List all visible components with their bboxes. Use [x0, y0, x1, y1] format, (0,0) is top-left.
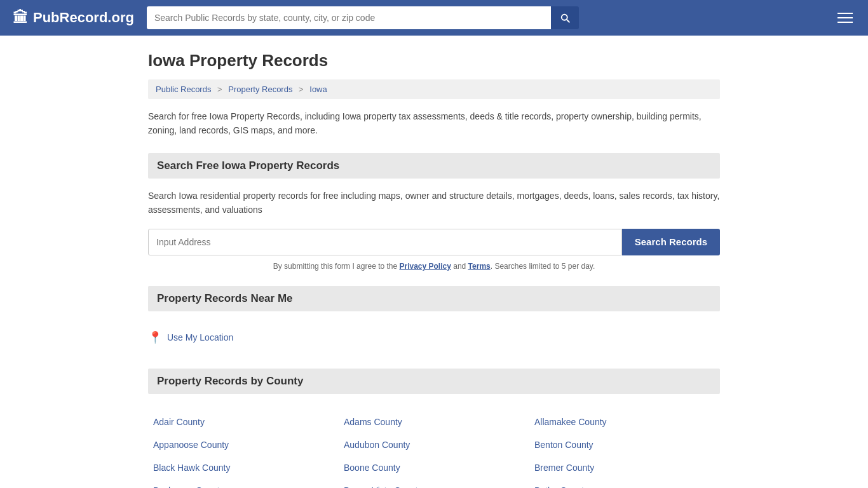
page-title: Iowa Property Records — [148, 51, 720, 71]
header-search-button[interactable] — [551, 6, 579, 29]
search-records-button[interactable]: Search Records — [622, 229, 720, 255]
near-me-section: Property Records Near Me 📍 Use My Locati… — [148, 286, 720, 353]
county-link[interactable]: Allamakee County — [529, 410, 720, 433]
breadcrumb-property-records[interactable]: Property Records — [228, 85, 292, 94]
search-section: Search Free Iowa Property Records Search… — [148, 153, 720, 271]
breadcrumb-iowa[interactable]: Iowa — [309, 85, 327, 94]
hamburger-line — [837, 13, 853, 14]
site-header: 🏛 PubRecord.org — [0, 0, 868, 36]
county-link[interactable]: Buena Vista County — [339, 479, 529, 488]
search-section-header: Search Free Iowa Property Records — [148, 153, 720, 179]
near-me-heading: Property Records Near Me — [148, 286, 720, 311]
county-link[interactable]: Boone County — [339, 456, 529, 479]
terms-link[interactable]: Terms — [468, 262, 491, 271]
search-icon — [559, 12, 571, 24]
header-search-input[interactable] — [147, 6, 551, 29]
use-my-location[interactable]: 📍 Use My Location — [148, 322, 720, 353]
header-search-area — [147, 6, 579, 29]
logo-text: PubRecord.org — [33, 10, 134, 26]
privacy-policy-link[interactable]: Privacy Policy — [400, 262, 451, 271]
address-search-row: Search Records — [148, 229, 720, 255]
county-link[interactable]: Benton County — [529, 433, 720, 456]
building-icon: 🏛 — [13, 9, 28, 27]
hamburger-line — [837, 22, 853, 23]
breadcrumb-sep: > — [217, 85, 222, 94]
breadcrumb-public-records[interactable]: Public Records — [156, 85, 211, 94]
search-section-desc: Search Iowa residential property records… — [148, 189, 720, 217]
form-disclaimer: By submitting this form I agree to the P… — [148, 262, 720, 271]
main-content: Iowa Property Records Public Records > P… — [135, 36, 733, 488]
breadcrumb: Public Records > Property Records > Iowa — [148, 79, 720, 99]
county-link[interactable]: Bremer County — [529, 456, 720, 479]
county-link[interactable]: Buchanan County — [148, 479, 339, 488]
hamburger-line — [837, 17, 853, 18]
county-link[interactable]: Appanoose County — [148, 433, 339, 456]
by-county-section: Property Records by County Adair CountyA… — [148, 369, 720, 488]
site-logo[interactable]: 🏛 PubRecord.org — [13, 9, 134, 27]
breadcrumb-sep2: > — [299, 85, 304, 94]
county-link[interactable]: Adams County — [339, 410, 529, 433]
county-grid: Adair CountyAdams CountyAllamakee County… — [148, 404, 720, 488]
county-link[interactable]: Butler County — [529, 479, 720, 488]
county-link[interactable]: Audubon County — [339, 433, 529, 456]
county-link[interactable]: Black Hawk County — [148, 456, 339, 479]
menu-button[interactable] — [835, 10, 855, 25]
location-pin-icon: 📍 — [148, 330, 162, 344]
by-county-heading: Property Records by County — [148, 369, 720, 394]
address-input[interactable] — [148, 229, 622, 255]
page-description: Search for free Iowa Property Records, i… — [148, 109, 720, 138]
county-link[interactable]: Adair County — [148, 410, 339, 433]
near-me-label: Use My Location — [167, 332, 233, 342]
